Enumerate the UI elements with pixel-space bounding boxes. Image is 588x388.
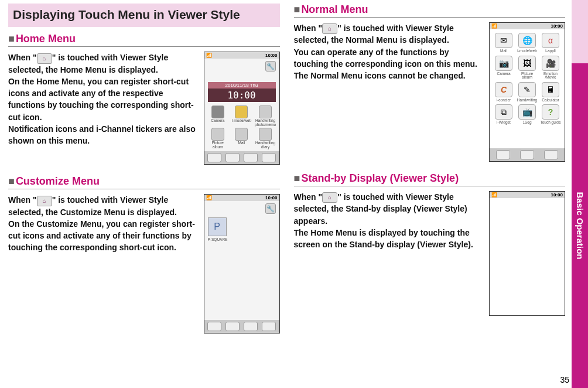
bottom-bar — [204, 151, 279, 164]
side-tab: Basic Operation — [572, 0, 588, 388]
title-box: Displaying Touch Menu in Viewer Style — [8, 4, 280, 27]
section-normal: ■Normal Menu 📶 10:00 ✉Mail 🌐i-mode/web α… — [294, 4, 566, 162]
section-standby: ■Stand-by Display (Viewer Style) 📶 10:00… — [294, 172, 566, 316]
home-time: 10:00 — [208, 89, 276, 102]
home-touch-icon: ⌂ — [37, 53, 52, 64]
status-signal-icon: 📶 — [206, 195, 212, 200]
customize-touch-icon: ⌂ — [37, 196, 52, 206]
side-tab-label: Basic Operation — [575, 192, 585, 259]
status-time: 10:00 — [551, 23, 563, 29]
thumb-home: 📶 10:00 🔧 2010/11/18 Thu 10:00 Camera i-… — [204, 52, 280, 165]
bottom-bar — [490, 148, 565, 161]
right-column: ■Normal Menu 📶 10:00 ✉Mail 🌐i-mode/web α… — [294, 4, 566, 382]
page: Displaying Touch Menu in Viewer Style ■H… — [0, 0, 571, 388]
status-time: 10:00 — [551, 192, 563, 198]
heading-standby: ■Stand-by Display (Viewer Style) — [294, 172, 566, 186]
status-signal-icon: 📶 — [206, 53, 212, 58]
customize-item: P-SQUARE — [208, 237, 276, 241]
heading-customize: ■Customize Menu — [8, 175, 280, 189]
home-date: 2010/11/18 Thu — [208, 82, 276, 89]
thumb-standby: 📶 10:00 — [489, 191, 565, 316]
normal-touch-icon: ⌂ — [322, 23, 337, 34]
standby-blank — [490, 198, 565, 315]
page-number: 35 — [560, 375, 569, 384]
status-time: 10:00 — [265, 53, 277, 58]
thumb-normal: 📶 10:00 ✉Mail 🌐i-mode/web αi-appli 📷Came… — [489, 22, 565, 162]
standby-touch-icon: ⌂ — [322, 192, 337, 203]
status-signal-icon: 📶 — [491, 23, 497, 29]
heading-home: ■Home Menu — [8, 33, 280, 47]
heading-normal: ■Normal Menu — [294, 4, 566, 18]
section-customize: ■Customize Menu 📶 10:00 🔧 P P-SQUARE — [8, 175, 280, 333]
normal-grid: ✉Mail 🌐i-mode/web αi-appli 📷Camera 🖼Pict… — [490, 29, 565, 128]
status-time: 10:00 — [265, 195, 277, 200]
bottom-bar — [204, 320, 279, 333]
wrench-icon: 🔧 — [265, 61, 276, 72]
section-home: ■Home Menu 📶 10:00 🔧 2010/11/18 Thu 10:0… — [8, 33, 280, 165]
left-column: Displaying Touch Menu in Viewer Style ■H… — [8, 4, 280, 382]
status-signal-icon: 📶 — [491, 192, 497, 198]
wrench-icon: 🔧 — [265, 203, 276, 214]
page-title: Displaying Touch Menu in Viewer Style — [13, 7, 275, 22]
thumb-customize: 📶 10:00 🔧 P P-SQUARE — [204, 194, 280, 333]
